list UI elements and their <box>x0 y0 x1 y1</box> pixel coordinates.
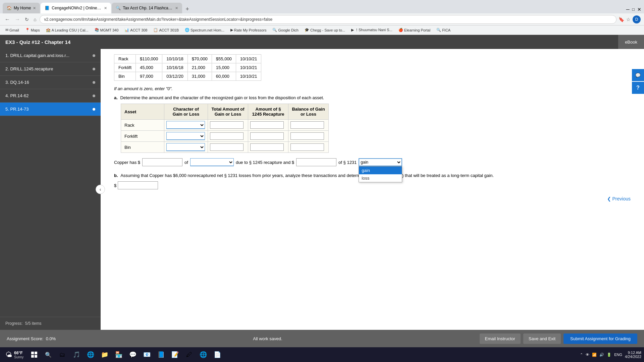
reload-button[interactable]: ↻ <box>23 17 30 22</box>
rack-balance-input[interactable] <box>290 121 324 129</box>
email-instructor-button[interactable]: Email Instructor <box>480 334 521 344</box>
taskbar-app-10[interactable]: 🖊 <box>183 349 195 361</box>
profile-icon[interactable]: D <box>633 15 641 23</box>
minimize-button[interactable]: ─ <box>626 7 630 12</box>
col-asset: Asset <box>121 104 164 120</box>
row-bin-character[interactable]: gain loss <box>164 142 208 153</box>
copper-1231-type-select[interactable]: gain loss <box>359 158 402 166</box>
submit-assignment-button[interactable]: Submit Assignment for Grading <box>564 334 637 344</box>
tab-my-home[interactable]: 🏠 My Home ✕ <box>3 3 40 13</box>
bookmark-acct301b[interactable]: 📋ACCT 301B <box>151 27 181 33</box>
taskbar-app-5[interactable]: 🏪 <box>113 349 125 361</box>
taskbar-app-1[interactable]: 🗂 <box>56 349 68 361</box>
copper-type-select-wrapper[interactable]: gain loss <box>190 158 234 166</box>
bookmark-shuu[interactable]: ▶！Shuumatsu Nani S... <box>348 27 395 33</box>
bin-total-input[interactable] <box>210 143 244 151</box>
row-bin-1245[interactable] <box>248 142 288 153</box>
copper-type-select[interactable]: gain loss <box>190 158 234 166</box>
bin-1245-input[interactable] <box>250 143 284 151</box>
bookmark-google[interactable]: 🔍Google Dich <box>270 27 301 33</box>
row-rack-character[interactable]: gain loss <box>164 120 208 131</box>
bookmark-elearning[interactable]: 🍎Elearning Portal <box>396 27 433 33</box>
start-button[interactable] <box>28 349 40 361</box>
row-forklift-total[interactable] <box>208 131 248 142</box>
address-input[interactable] <box>40 15 616 24</box>
table-cell: 21,000 <box>187 63 212 72</box>
sidebar-item-2[interactable]: 2. DRILL.1245.recapture <box>0 62 101 76</box>
taskbar-app-12[interactable]: 📄 <box>211 349 223 361</box>
tab-home-close[interactable]: ✕ <box>33 6 36 10</box>
forklift-total-input[interactable] <box>210 132 244 140</box>
sidebar-item-4[interactable]: 4. PR.14-62 <box>0 89 101 103</box>
rack-total-input[interactable] <box>210 121 244 129</box>
taskbar-app-8[interactable]: 📘 <box>155 349 167 361</box>
bookmark-gmail[interactable]: ✉Gmail <box>3 27 22 33</box>
forklift-character-select[interactable]: gain loss <box>166 132 205 140</box>
search-taskbar-button[interactable]: 🔍 <box>42 349 54 361</box>
bookmark-acct308[interactable]: 📊ACCT 308 <box>122 27 150 33</box>
battery-icon: 🔋 <box>607 353 611 357</box>
bin-character-select[interactable]: gain loss <box>166 143 205 151</box>
bookmark-spectrum[interactable]: 🌐Spectrum.net Hom... <box>182 27 227 33</box>
row-forklift-balance[interactable] <box>288 131 329 142</box>
tab-tax[interactable]: 🔍 Tax Acct Chp. 14 Flashcards | Qu... ✕ <box>112 3 182 13</box>
sidebar-collapse-button[interactable]: ‹ <box>96 185 105 194</box>
copper-1231-input[interactable] <box>296 158 336 166</box>
row-bin-balance[interactable] <box>288 142 329 153</box>
part-b-amount-input[interactable] <box>118 181 158 189</box>
bookmark-maps[interactable]: 📍Maps <box>22 27 43 33</box>
bookmark-rmp[interactable]: ▶Rate My Professors <box>228 27 269 33</box>
sidebar-item-3[interactable]: 3. DQ.14-16 <box>0 76 101 89</box>
score-section: Assignment Score: 0.0% <box>7 336 56 341</box>
tab-cengage-close[interactable]: ✕ <box>104 6 107 10</box>
row-rack-1245[interactable] <box>248 120 288 131</box>
bin-balance-input[interactable] <box>290 143 324 151</box>
forward-button[interactable]: → <box>13 16 21 22</box>
bookmark-chegg[interactable]: 🎓Chegg - Save up to... <box>302 27 348 33</box>
support-chat-button[interactable]: 💬 <box>632 69 644 81</box>
taskbar-app-2[interactable]: 🎵 <box>70 349 83 361</box>
close-button[interactable]: ✕ <box>637 7 641 12</box>
taskbar-app-3[interactable]: 🌐 <box>85 349 97 361</box>
rack-character-select[interactable]: gain loss <box>166 121 205 129</box>
sidebar-item-1[interactable]: 1. DRILL.capital.gain.and.loss.r... <box>0 49 101 62</box>
bookmark-csu[interactable]: 🏫A Leading CSU | Cal... <box>43 27 91 33</box>
bookmark-fica[interactable]: 🔍FICA <box>434 27 453 33</box>
home-button[interactable]: ⌂ <box>32 17 38 22</box>
dropdown-option-loss[interactable]: loss <box>359 174 402 182</box>
table-cell: 45,000 <box>136 63 162 72</box>
row-bin-total[interactable] <box>208 142 248 153</box>
new-tab-button[interactable]: + <box>183 6 192 13</box>
tab-tax-close[interactable]: ✕ <box>175 6 178 10</box>
svg-rect-2 <box>31 355 34 358</box>
row-rack-balance[interactable] <box>288 120 329 131</box>
forklift-1245-input[interactable] <box>250 132 284 140</box>
forklift-balance-input[interactable] <box>290 132 324 140</box>
row-forklift-1245[interactable] <box>248 131 288 142</box>
taskbar-app-11[interactable]: 🌐 <box>197 349 209 361</box>
chevron-left-icon: ❮ <box>607 196 611 201</box>
taskbar-app-7[interactable]: 📧 <box>141 349 153 361</box>
taskbar-app-6[interactable]: 💬 <box>127 349 139 361</box>
taskbar-app-9[interactable]: 📝 <box>169 349 181 361</box>
back-button[interactable]: ← <box>3 16 11 22</box>
star-icon[interactable]: ☆ <box>626 17 631 22</box>
rack-1245-input[interactable] <box>250 121 284 129</box>
maximize-button[interactable]: □ <box>632 7 635 12</box>
copper-amount-input[interactable] <box>142 158 182 166</box>
taskbar-app-4[interactable]: 📁 <box>99 349 111 361</box>
support-help-button[interactable]: ? <box>632 82 644 94</box>
copper-1231-type-select-wrapper[interactable]: gain loss gain loss <box>359 158 402 166</box>
row-rack-total[interactable] <box>208 120 248 131</box>
dot-2 <box>93 68 95 70</box>
table-row: Bin gain loss <box>121 142 329 153</box>
tab-cengage[interactable]: 📘 CengageNOWv2 | Online teachin... ✕ <box>41 3 111 13</box>
previous-button[interactable]: ❮ Previous <box>607 196 631 201</box>
ebook-tab[interactable]: eBook <box>618 35 644 49</box>
dropdown-option-gain[interactable]: gain <box>359 167 402 174</box>
row-forklift-character[interactable]: gain loss <box>164 131 208 142</box>
sidebar-item-5[interactable]: 5. PR.14-73 <box>0 103 101 116</box>
bookmark-mgmt340[interactable]: 📚MGMT 340 <box>92 27 121 33</box>
save-exit-button[interactable]: Save and Exit <box>523 334 561 344</box>
chevron-up-icon[interactable]: ⌃ <box>580 353 583 357</box>
